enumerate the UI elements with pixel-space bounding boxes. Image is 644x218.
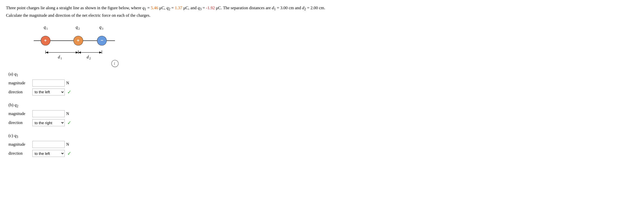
d1-sub-text: 1 (60, 57, 62, 60)
part-c-label: (c) q3 (8, 133, 638, 139)
q1-sign: + (44, 38, 47, 43)
d2-sub-text: 2 (89, 57, 91, 60)
check-icon-b: ✓ (67, 120, 72, 126)
figure-svg: q 1 q 2 q 3 + + − d 1 d (26, 23, 126, 68)
d2-label-text: d (86, 55, 89, 59)
d2-arrow-right (99, 52, 102, 54)
unit-label-b: N (66, 112, 69, 116)
figure: q 1 q 2 q 3 + + − d 1 d (26, 23, 126, 68)
magnitude-label-c: magnitude (8, 142, 31, 147)
magnitude-input-b[interactable] (32, 110, 65, 117)
d1-arrow-left (46, 52, 48, 54)
part-a: (a) q1 magnitude N direction to the left… (8, 72, 638, 95)
direction-label-c: direction (8, 151, 31, 156)
unit-label-c: N (66, 142, 69, 147)
problem-text-line1: Three point charges lie along a straight… (6, 6, 325, 10)
info-icon-i[interactable]: i (114, 61, 115, 66)
problem-statement: Three point charges lie along a straight… (6, 5, 354, 19)
q3-sub: 3 (102, 27, 103, 30)
magnitude-input-a[interactable] (32, 80, 65, 86)
part-b-label: (b) q2 (8, 102, 638, 108)
q1-sub: 1 (46, 27, 48, 30)
part-b-magnitude-row: magnitude N (8, 110, 638, 117)
direction-select-a[interactable]: to the left to the right (32, 88, 65, 95)
direction-label-b: direction (8, 121, 31, 125)
q2-label: q (76, 25, 78, 30)
parts-container: (a) q1 magnitude N direction to the left… (8, 72, 638, 157)
d1-arrow-right (76, 52, 78, 54)
check-icon-c: ✓ (67, 150, 72, 156)
q1-label: q (44, 25, 46, 30)
direction-select-c[interactable]: to the left to the right (32, 150, 65, 157)
magnitude-label-b: magnitude (8, 112, 31, 116)
direction-label-a: direction (8, 90, 31, 94)
d2-arrow-left (78, 52, 81, 54)
part-b-direction-row: direction to the left to the right ✓ (8, 119, 638, 126)
magnitude-label-a: magnitude (8, 81, 31, 85)
magnitude-input-c[interactable] (32, 141, 65, 148)
q3-label: q (99, 25, 102, 30)
d1-label-text: d (58, 55, 60, 59)
unit-label-a: N (66, 81, 69, 85)
q2-sub: 2 (78, 27, 80, 30)
part-b: (b) q2 magnitude N direction to the left… (8, 102, 638, 126)
check-icon-a: ✓ (67, 89, 72, 95)
part-c-direction-row: direction to the left to the right ✓ (8, 150, 638, 157)
part-a-direction-row: direction to the left to the right ✓ (8, 88, 638, 95)
q2-sign: + (77, 38, 80, 43)
part-c: (c) q3 magnitude N direction to the left… (8, 133, 638, 157)
part-c-magnitude-row: magnitude N (8, 141, 638, 148)
problem-text-line2: Calculate the magnitude and direction of… (6, 13, 150, 18)
part-a-magnitude-row: magnitude N (8, 80, 638, 86)
direction-select-b[interactable]: to the left to the right (32, 119, 65, 126)
part-a-label: (a) q1 (8, 72, 638, 77)
q3-sign: − (100, 38, 103, 43)
